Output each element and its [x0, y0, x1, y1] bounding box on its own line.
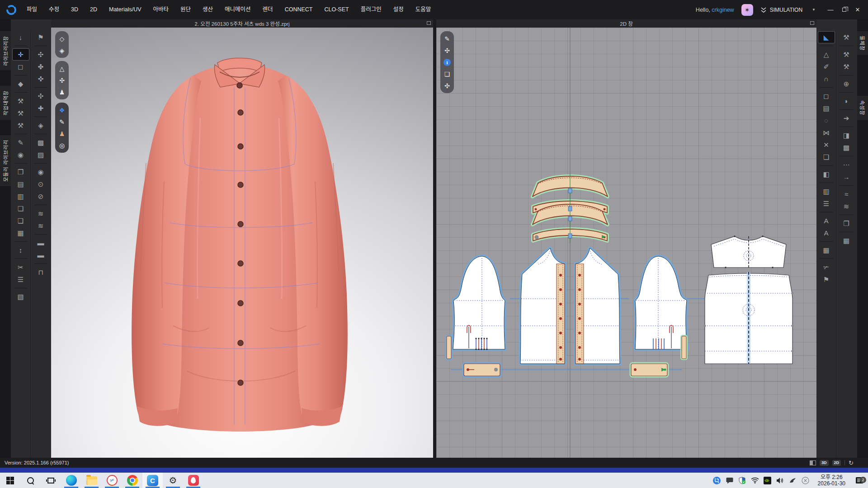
fold-3d-pane-icon[interactable]: ❏: [12, 202, 29, 215]
menu-item-10[interactable]: CONNECT: [279, 0, 319, 19]
pattern-strip-right[interactable]: [682, 336, 686, 359]
garment-3d-shirt[interactable]: [51, 28, 433, 458]
segment-sewing-icon[interactable]: ⚒: [12, 95, 29, 107]
pattern-info-icon[interactable]: i: [441, 57, 453, 67]
pattern-2d-canvas[interactable]: [436, 28, 816, 458]
front-open-garment-icon[interactable]: ▥: [12, 190, 29, 202]
pin-tool-icon[interactable]: ✎: [12, 136, 29, 149]
show-environment-icon[interactable]: ◎: [56, 140, 68, 150]
cross-lines-icon[interactable]: ✕: [818, 139, 835, 151]
pleat-sewing-icon[interactable]: ✃: [818, 261, 835, 273]
taskbar-chrome[interactable]: [122, 473, 142, 488]
edit-pattern-icon[interactable]: △: [818, 48, 835, 61]
tape-measure-icon[interactable]: ✂: [12, 261, 29, 273]
pattern-sleeve-left[interactable]: [453, 256, 505, 350]
pattern-back-body[interactable]: [704, 272, 794, 364]
arrange-arrow-icon[interactable]: ↓: [12, 31, 29, 43]
edit-curve-point-icon[interactable]: ∩: [818, 73, 835, 85]
seam-taping-icon[interactable]: ⊓: [32, 266, 49, 278]
comb-ruler-icon[interactable]: ☰: [818, 197, 835, 210]
show-avatar-icon[interactable]: ♟: [56, 87, 68, 97]
task-view-button[interactable]: [41, 473, 61, 488]
notification-center-button[interactable]: 2: [853, 477, 866, 484]
mn-sewing-2d-icon[interactable]: ⚒: [838, 61, 855, 73]
polygon-pattern-icon[interactable]: ◻: [818, 90, 835, 102]
menu-item-6[interactable]: 원단: [175, 0, 197, 19]
pattern-front-left[interactable]: [520, 248, 565, 364]
drape-dots-icon[interactable]: ◈: [32, 119, 49, 131]
show-seamlines-icon[interactable]: ✣: [56, 75, 68, 85]
gizmo-shirt-4-icon[interactable]: ✣: [32, 90, 49, 102]
gizmo-shirt-1-icon[interactable]: ✣: [32, 48, 49, 61]
tray-crop-app[interactable]: [712, 475, 722, 485]
lock-pattern-icon[interactable]: ✣: [441, 80, 453, 91]
solidify-jacket-icon[interactable]: ▤: [12, 178, 29, 190]
close-button[interactable]: ✕: [851, 3, 864, 17]
taskbar-settings[interactable]: ⚙: [163, 473, 183, 488]
view-3d-button[interactable]: 3D: [820, 460, 829, 466]
undock-2d-icon[interactable]: [810, 21, 814, 25]
garment-measure-icon[interactable]: ▧: [12, 291, 29, 303]
seam-allowance-ruler-icon[interactable]: ▥: [818, 185, 835, 197]
pattern-back-yoke[interactable]: [711, 235, 786, 268]
select-mesh-icon[interactable]: ◆: [12, 78, 29, 90]
seam-box-icon[interactable]: ◧: [818, 168, 835, 180]
tray-chat[interactable]: [725, 475, 735, 485]
simulation-toggle[interactable]: SIMULATION ▼: [760, 7, 816, 13]
texture-brush-icon[interactable]: ✎: [56, 117, 68, 127]
pattern-front-right[interactable]: [576, 248, 620, 364]
edit-tool-pen-icon[interactable]: ✎: [441, 33, 453, 44]
view-2d-button[interactable]: 2D: [832, 460, 841, 466]
view-cube-icon[interactable]: ◇: [56, 33, 68, 44]
gizmo-shirt-2-icon[interactable]: ✤: [32, 61, 49, 73]
mn-sewing-icon[interactable]: ⚒: [12, 119, 29, 131]
side-tab-속성창[interactable]: 속성창: [857, 96, 868, 120]
taskbar-snipping-tool[interactable]: ✂: [102, 473, 122, 488]
pattern-cuff-left[interactable]: [464, 364, 500, 376]
text-arrow-icon[interactable]: A: [818, 215, 835, 227]
texture-shirt-a-icon[interactable]: ▩: [32, 136, 49, 149]
tray-app-dark[interactable]: [788, 475, 798, 485]
trace-pattern-icon[interactable]: ❏: [818, 151, 835, 163]
pattern-strip-left[interactable]: [447, 336, 451, 359]
shirring-b-icon[interactable]: ≋: [838, 200, 855, 212]
undock-3d-icon[interactable]: [427, 21, 431, 25]
tray-volume[interactable]: [775, 475, 785, 485]
button-lock-icon[interactable]: ⊘: [32, 190, 49, 202]
texture-shirt-b-icon[interactable]: ▨: [32, 149, 49, 161]
taskbar-red-app[interactable]: [183, 473, 203, 488]
checker-shirt-icon[interactable]: ▩: [838, 141, 855, 154]
account-greeting[interactable]: Hello, crkginew: [696, 7, 734, 13]
clone-avatar-pattern-icon[interactable]: ⚑: [818, 273, 835, 286]
fabric-roll-a-icon[interactable]: ▬: [32, 237, 49, 249]
pattern-collar-group[interactable]: [533, 174, 608, 243]
show-pattern-shirt-icon[interactable]: ✣: [441, 45, 453, 56]
gizmo-shirt-3-icon[interactable]: ✜: [32, 73, 49, 85]
dart-tool-icon[interactable]: ⋈: [818, 127, 835, 139]
move-gizmo-icon[interactable]: ✛: [12, 48, 29, 61]
viewport-3d[interactable]: ◇◈△✣♟❖✎♟◎: [51, 28, 433, 458]
panel-3d-titlebar[interactable]: 2. 오전 260130 5주차 셔츠 wds 3 완성.zprj: [51, 19, 433, 28]
menu-item-12[interactable]: 플러그인: [355, 0, 387, 19]
ai-assistant-button[interactable]: ✶: [741, 4, 753, 16]
menu-item-9[interactable]: 렌더: [257, 0, 279, 19]
edit-curvature-icon[interactable]: ✐: [818, 61, 835, 73]
tack-on-avatar-icon[interactable]: ◉: [12, 149, 29, 161]
pleat-panel-icon[interactable]: ▦: [818, 244, 835, 256]
rect-select-icon[interactable]: ◻: [12, 61, 29, 73]
side-tab-모듈러 라이브러리[interactable]: 모듈러 라이브러리: [0, 135, 11, 186]
paint-shirt-icon[interactable]: ◨: [838, 129, 855, 141]
minimize-button[interactable]: —: [824, 3, 837, 17]
taskbar-file-explorer[interactable]: [81, 473, 102, 488]
dotted-rect-icon[interactable]: ◌: [818, 114, 835, 127]
menu-item-2[interactable]: 3D: [65, 0, 84, 19]
tray-dismiss[interactable]: [801, 475, 811, 485]
side-tab-라이브러리창[interactable]: 라이브러리창: [0, 31, 11, 70]
pattern-sleeve-right[interactable]: [635, 256, 687, 349]
buttonhole-tool-icon[interactable]: ⊙: [32, 178, 49, 190]
viewport-2d[interactable]: ✎✣i❏✣: [436, 28, 816, 458]
side-tab-작업내역창[interactable]: 작업내역창: [0, 86, 11, 120]
show-garment-icon[interactable]: △: [56, 63, 68, 74]
pattern-cuff-right[interactable]: [631, 364, 667, 376]
zipper-b-icon[interactable]: ≋: [32, 220, 49, 232]
